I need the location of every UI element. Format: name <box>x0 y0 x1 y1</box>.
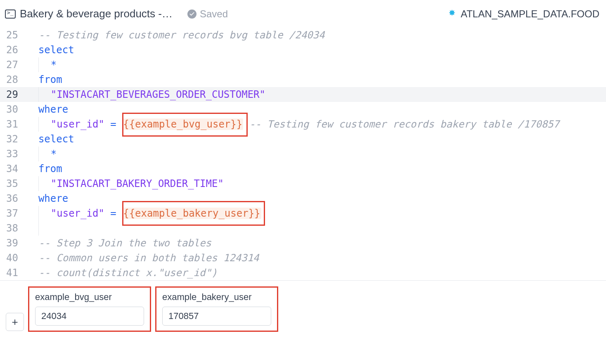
token-string: "user_id" <box>51 118 104 130</box>
check-circle-icon <box>187 9 196 19</box>
token-keyword: from <box>38 74 62 85</box>
variable-name-label: example_bvg_user <box>35 292 144 303</box>
token-plain <box>104 118 110 130</box>
editor-line[interactable]: 27 * <box>0 57 606 72</box>
code-content[interactable]: "user_id" = {{example_bvg_user}} -- Test… <box>26 117 606 132</box>
query-title-wrap: Bakery & beverage products -… <box>5 7 173 20</box>
editor-line[interactable]: 32 select <box>0 132 606 147</box>
line-number: 27 <box>0 57 26 72</box>
token-plain <box>116 118 122 130</box>
code-content[interactable]: from <box>26 161 606 176</box>
token-op: * <box>51 148 57 160</box>
editor-line[interactable]: 36 where <box>0 191 606 206</box>
editor-line[interactable]: 35 "INSTACART_BAKERY_ORDER_TIME" <box>0 176 606 191</box>
code-content[interactable]: where <box>26 102 606 117</box>
line-number: 36 <box>0 191 26 206</box>
line-number: 40 <box>0 251 26 265</box>
token-keyword: where <box>38 193 68 204</box>
code-content[interactable]: "user_id" = {{example_bakery_user}} <box>26 206 606 221</box>
line-number: 39 <box>0 236 26 251</box>
editor-line[interactable]: 33 * <box>0 147 606 161</box>
token-comment: -- Common users in both tables 124314 <box>38 252 259 264</box>
code-content[interactable] <box>26 221 606 236</box>
line-number: 25 <box>0 28 26 43</box>
token-keyword: select <box>38 44 74 56</box>
code-content[interactable]: "INSTACART_BAKERY_ORDER_TIME" <box>26 176 606 191</box>
editor-line[interactable]: 26 select <box>0 43 606 57</box>
line-number: 30 <box>0 102 26 117</box>
code-content[interactable]: from <box>26 72 606 87</box>
saved-label: Saved <box>200 8 228 20</box>
code-content[interactable]: "INSTACART_BEVERAGES_ORDER_CUSTOMER" <box>26 87 606 102</box>
editor-line[interactable]: 31 "user_id" = {{example_bvg_user}} -- T… <box>0 117 606 132</box>
editor-line[interactable]: 40 -- Common users in both tables 124314 <box>0 251 606 265</box>
token-string: "INSTACART_BAKERY_ORDER_TIME" <box>51 178 224 189</box>
token-string: "user_id" <box>51 208 104 219</box>
token-op: = <box>110 118 116 130</box>
line-number: 28 <box>0 72 26 87</box>
token-keyword: from <box>38 163 62 175</box>
line-number: 38 <box>0 221 26 236</box>
line-number: 34 <box>0 161 26 176</box>
saved-status: Saved <box>187 8 228 20</box>
code-content[interactable]: -- Testing few customer records bvg tabl… <box>26 28 606 43</box>
data-source[interactable]: ATLAN_SAMPLE_DATA.FOOD <box>447 8 599 20</box>
line-number: 41 <box>0 265 26 280</box>
editor-line[interactable]: 25 -- Testing few customer records bvg t… <box>0 28 606 43</box>
line-number: 35 <box>0 176 26 191</box>
line-number: 37 <box>0 206 26 221</box>
code-content[interactable]: where <box>26 191 606 206</box>
token-plain <box>116 208 122 219</box>
variable-value-input[interactable] <box>162 307 271 326</box>
data-source-label: ATLAN_SAMPLE_DATA.FOOD <box>461 8 599 20</box>
token-plain <box>104 208 110 219</box>
query-title: Bakery & beverage products -… <box>20 7 173 20</box>
line-number: 33 <box>0 147 26 161</box>
token-op: * <box>51 59 57 71</box>
token-op: = <box>110 208 116 219</box>
line-number: 26 <box>0 43 26 57</box>
variable-name-label: example_bakery_user <box>162 292 271 303</box>
line-number: 32 <box>0 132 26 147</box>
token-comment: -- count(distinct x."user_id") <box>38 267 217 279</box>
editor-line[interactable]: 30 where <box>0 102 606 117</box>
sql-editor[interactable]: 25 -- Testing few customer records bvg t… <box>0 28 606 280</box>
code-content[interactable]: select <box>26 132 606 147</box>
code-content[interactable]: -- Step 3 Join the two tables <box>26 236 606 251</box>
variable-block: example_bvg_user <box>28 286 151 332</box>
code-content[interactable]: * <box>26 57 606 72</box>
editor-line[interactable]: 38 <box>0 221 606 236</box>
code-content[interactable]: * <box>26 147 606 161</box>
template-variable[interactable]: {{example_bakery_user}} <box>122 208 261 219</box>
line-number: 29 <box>0 87 26 102</box>
code-content[interactable]: -- count(distinct x."user_id") <box>26 265 606 280</box>
token-keyword: where <box>38 104 68 115</box>
code-content[interactable]: select <box>26 43 606 57</box>
template-variable[interactable]: {{example_bvg_user}} <box>122 118 243 130</box>
snowflake-icon <box>447 9 457 19</box>
editor-line[interactable]: 39 -- Step 3 Join the two tables <box>0 236 606 251</box>
editor-line[interactable]: 34 from <box>0 161 606 176</box>
terminal-icon <box>5 9 16 19</box>
token-plain <box>243 118 249 130</box>
editor-line[interactable]: 29 "INSTACART_BEVERAGES_ORDER_CUSTOMER" <box>0 87 606 102</box>
variable-block: example_bakery_user <box>155 286 278 332</box>
code-content[interactable]: -- Common users in both tables 124314 <box>26 251 606 265</box>
editor-line[interactable]: 28 from <box>0 72 606 87</box>
line-number: 31 <box>0 117 26 132</box>
token-keyword: select <box>38 133 74 145</box>
token-comment: -- Step 3 Join the two tables <box>38 237 211 249</box>
variables-panel: + example_bvg_userexample_bakery_user <box>0 280 606 338</box>
token-comment: -- Testing few customer records bvg tabl… <box>38 29 325 41</box>
header-bar: Bakery & beverage products -… Saved ATLA… <box>0 0 606 28</box>
editor-line[interactable]: 41 -- count(distinct x."user_id") <box>0 265 606 280</box>
token-string: "INSTACART_BEVERAGES_ORDER_CUSTOMER" <box>51 89 265 100</box>
token-comment: -- Testing few customer records bakery t… <box>249 118 559 130</box>
add-variable-button[interactable]: + <box>6 313 24 331</box>
editor-line[interactable]: 37 "user_id" = {{example_bakery_user}} <box>0 206 606 221</box>
variable-value-input[interactable] <box>35 307 144 326</box>
